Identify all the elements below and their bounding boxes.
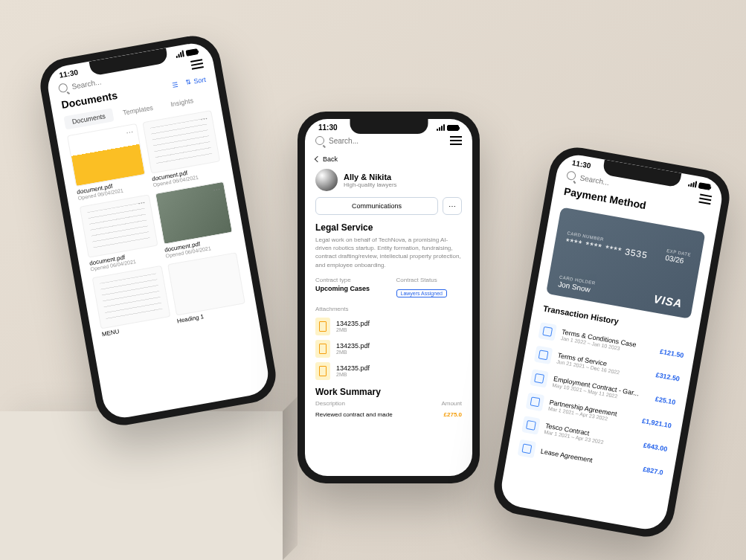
- document-card[interactable]: ⋯ document.pdf Opened 06/04/2021: [155, 181, 236, 259]
- attachment-item[interactable]: 134235.pdf 2MB: [315, 315, 462, 338]
- communications-button[interactable]: Communications: [315, 197, 438, 215]
- summary-desc-header: Description: [315, 400, 345, 407]
- profile-subtitle: High-quality lawyers: [344, 181, 397, 188]
- profile-name: Ally & Nikita: [344, 173, 397, 181]
- phone-documents: 11:30 Documents ☰ ⇅ Sort Documents: [36, 32, 280, 430]
- summary-row-desc: Reviewed contract and made: [315, 411, 393, 418]
- phone-payment: 11:30 Payment Method CARD NUMBER **** **…: [489, 144, 733, 541]
- visa-logo: VISA: [653, 292, 684, 310]
- summary-amount-header: Amount: [441, 400, 462, 407]
- attach-name: 134235.pdf: [336, 364, 370, 372]
- menu-icon[interactable]: [450, 136, 462, 145]
- signal-icon: [437, 124, 445, 131]
- summary-row-amount: £275.0: [444, 411, 462, 418]
- attachment-item[interactable]: 134235.pdf 2MB: [315, 360, 462, 382]
- section-desc: Legal work on behalf of TechNova, a prom…: [305, 236, 472, 277]
- calendar-icon: [530, 369, 548, 387]
- search-input[interactable]: [329, 137, 446, 145]
- calendar-icon: [521, 416, 540, 434]
- sort-button[interactable]: ⇅ Sort: [185, 76, 207, 87]
- signal-icon: [688, 180, 697, 188]
- search-icon: [58, 83, 68, 93]
- attach-size: 2MB: [336, 372, 370, 377]
- calendar-icon: [534, 346, 553, 364]
- menu-icon[interactable]: [190, 59, 204, 70]
- attach-name: 134235.pdf: [336, 320, 370, 327]
- search-icon: [566, 170, 576, 181]
- tx-amount: £25.10: [655, 395, 676, 406]
- tx-amount: £1,921.10: [641, 417, 672, 430]
- attachments-label: Attachments: [315, 306, 462, 312]
- calendar-icon: [518, 440, 536, 458]
- list-view-button[interactable]: ☰: [172, 80, 179, 88]
- attach-size: 2MB: [336, 327, 370, 332]
- chevron-left-icon: [315, 156, 321, 162]
- battery-icon: [185, 48, 198, 57]
- tx-amount: £827.0: [643, 466, 664, 477]
- document-card[interactable]: MENU: [92, 265, 172, 338]
- more-button[interactable]: ⋯: [443, 197, 462, 215]
- back-button[interactable]: Back: [305, 151, 472, 167]
- section-title: Legal Service: [305, 222, 472, 236]
- document-card[interactable]: ⋯ document.pdf Opened 06/04/2021: [142, 110, 223, 187]
- tx-amount: £312.50: [655, 371, 681, 382]
- file-icon: [315, 362, 330, 380]
- battery-icon: [447, 125, 459, 131]
- status-time: 11:30: [318, 123, 338, 132]
- file-icon: [315, 340, 330, 358]
- battery-icon: [698, 182, 711, 190]
- document-card[interactable]: ⋯ document.pdf Opened 06/04/2021: [67, 123, 148, 201]
- notch: [350, 119, 428, 134]
- document-card[interactable]: Heading 1: [167, 252, 247, 324]
- avatar: [315, 169, 338, 191]
- menu-icon[interactable]: [698, 194, 712, 205]
- attach-size: 2MB: [336, 350, 370, 355]
- calendar-icon: [526, 393, 544, 411]
- contract-status-label: Contract Status: [396, 277, 463, 283]
- tx-amount: £121.50: [659, 348, 684, 359]
- search-icon: [315, 136, 324, 145]
- summary-title: Work Summary: [305, 387, 472, 400]
- calendar-icon: [538, 322, 556, 341]
- attachment-item[interactable]: 134235.pdf 2MB: [315, 338, 462, 360]
- status-badge: Lawyers Assigned: [396, 289, 447, 297]
- phone-legal: 11:30 Back Ally & Nikita High-quality la…: [298, 112, 480, 483]
- tx-amount: £643.00: [643, 442, 668, 453]
- signal-icon: [176, 50, 184, 58]
- file-icon: [315, 318, 330, 335]
- shelf-decoration: [0, 411, 283, 560]
- document-card[interactable]: ⋯ document.pdf Opened 06/04/2021: [80, 194, 161, 271]
- contract-type: Upcoming Cases: [315, 285, 382, 292]
- attach-name: 134235.pdf: [336, 342, 370, 350]
- contract-type-label: Contract type: [315, 277, 382, 283]
